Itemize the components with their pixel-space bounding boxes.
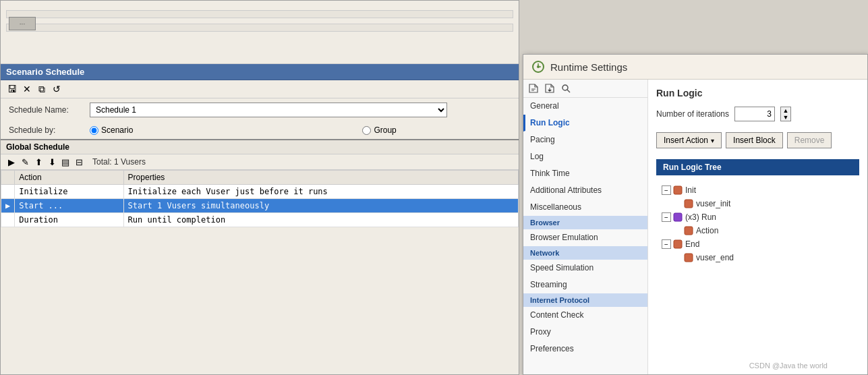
add-icon[interactable]: ▶ (6, 156, 17, 167)
runtime-settings-panel: Runtime Settings General R (523, 54, 868, 375)
down-icon[interactable]: ⬇ (47, 156, 57, 167)
collapse-run-button[interactable]: − (662, 212, 671, 222)
top-button[interactable]: ··· (9, 17, 36, 30)
svg-rect-4 (674, 186, 682, 194)
action-buttons-row: Insert Action ▾ Insert Block Remove (656, 132, 859, 148)
svg-rect-7 (685, 227, 693, 235)
radio-group[interactable]: Group (362, 125, 396, 135)
scenario-schedule-header: Scenario Schedule (1, 64, 519, 80)
schedule-name-select[interactable]: Schedule 1 (90, 103, 447, 117)
up-icon[interactable]: ⬆ (33, 156, 44, 167)
remove-button[interactable]: Remove (787, 132, 832, 148)
nav-search-icon[interactable] (560, 82, 572, 94)
tree-item-vuser-init[interactable]: vuser_init (656, 197, 859, 210)
table-row[interactable]: Duration Run until completion (1, 213, 519, 227)
tree-item-vuser-end[interactable]: vuser_end (656, 251, 859, 264)
nav-item-proxy-label: Proxy (530, 327, 551, 337)
nav-group-browser[interactable]: Browser (523, 216, 647, 229)
schedule-toolbar: 🖫 ✕ ⧉ ↺ (1, 80, 519, 98)
nav-item-log[interactable]: Log (523, 148, 647, 165)
row-arrow (1, 213, 15, 227)
nav-group-network[interactable]: Network (523, 246, 647, 260)
row-action: Duration (15, 213, 123, 227)
tree-item-init[interactable]: − Init (656, 183, 859, 197)
run-icon (672, 212, 683, 223)
copy-icon[interactable]: ⧉ (36, 83, 48, 95)
col-action-header: Action (15, 171, 123, 185)
nav-item-browser-emulation[interactable]: Browser Emulation (523, 229, 647, 246)
nav-item-speed-simulation[interactable]: Speed Simulation (523, 260, 647, 277)
insert-action-button[interactable]: Insert Action ▾ (656, 132, 722, 148)
global-schedule-header: Global Schedule (1, 139, 519, 154)
edit-icon[interactable]: ✎ (20, 156, 30, 167)
end-label: End (685, 239, 699, 249)
schedule-name-label: Schedule Name: (9, 105, 90, 115)
radio-scenario[interactable]: Scenario (90, 125, 133, 135)
svg-point-2 (562, 85, 568, 90)
nav-item-miscellaneous[interactable]: Miscellaneous (523, 199, 647, 216)
nav-group-ip-label: Internet Protocol (530, 296, 589, 304)
insert-block-button[interactable]: Insert Block (726, 132, 783, 148)
nav-item-content-check[interactable]: Content Check (523, 307, 647, 324)
nav-item-proxy[interactable]: Proxy (523, 324, 647, 341)
iterations-label: Number of iterations (656, 109, 729, 119)
nav-item-think-time[interactable]: Think Time (523, 165, 647, 182)
tree-item-end[interactable]: − End (656, 237, 859, 251)
nav-item-additional-attributes[interactable]: Additional Attributes (523, 182, 647, 199)
spinner-up[interactable]: ▲ (781, 107, 790, 114)
nav-item-run-logic[interactable]: Run Logic (523, 115, 647, 132)
refresh-icon[interactable]: ↺ (51, 83, 63, 95)
remove-label: Remove (794, 136, 825, 145)
nav-import-icon[interactable] (544, 82, 556, 94)
grid-icon[interactable]: ⊟ (74, 156, 84, 167)
col-properties-header: Properties (123, 171, 518, 185)
vuser-end-icon (683, 252, 694, 263)
run-logic-tree: − Init vuser_init − (656, 181, 859, 267)
svg-rect-9 (685, 254, 693, 262)
table-row[interactable]: Initialize Initialize each Vuser just be… (1, 185, 519, 199)
nav-item-run-logic-label: Run Logic (530, 118, 570, 127)
init-label: Init (685, 185, 696, 195)
nav-item-think-time-label: Think Time (530, 169, 570, 178)
nav-export-icon[interactable] (527, 82, 540, 94)
tree-item-run[interactable]: − (x3) Run (656, 210, 859, 224)
row-arrow (1, 185, 15, 199)
runtime-icon (531, 60, 545, 74)
spinner-down[interactable]: ▼ (781, 114, 790, 121)
insert-block-label: Insert Block (733, 136, 776, 145)
nav-item-pacing[interactable]: Pacing (523, 132, 647, 148)
insert-action-label: Insert Action (664, 136, 708, 145)
row-properties: Initialize each Vuser just before it run… (123, 185, 518, 199)
iterations-input[interactable] (734, 107, 775, 121)
radio-scenario-label: Scenario (101, 125, 133, 135)
total-vusers: Total: 1 Vusers (92, 157, 146, 167)
schedule-by-label: Schedule by: (9, 125, 90, 135)
table-row[interactable]: ▶ Start ... Start 1 Vusers simultaneousl… (1, 199, 519, 213)
settings-icon[interactable]: ▤ (60, 156, 71, 167)
collapse-end-button[interactable]: − (662, 239, 671, 249)
init-icon (672, 185, 683, 196)
runtime-body: General Run Logic Pacing Log Think Time … (523, 80, 867, 374)
delete-icon[interactable]: ✕ (21, 83, 33, 95)
nav-group-network-label: Network (530, 249, 559, 257)
row-properties: Run until completion (123, 213, 518, 227)
content-panel: Run Logic Number of iterations ▲ ▼ Inser… (648, 80, 867, 374)
collapse-init-button[interactable]: − (662, 185, 671, 195)
nav-item-pacing-label: Pacing (530, 135, 555, 144)
svg-rect-5 (685, 200, 693, 208)
vuser-end-label: vuser_end (696, 253, 734, 262)
save-icon[interactable]: 🖫 (6, 83, 18, 95)
nav-item-streaming[interactable]: Streaming (523, 277, 647, 293)
nav-item-browser-emulation-label: Browser Emulation (530, 233, 598, 242)
global-schedule-toolbar: ▶ ✎ ⬆ ⬇ ▤ ⊟ Total: 1 Vusers (1, 154, 519, 170)
nav-group-internet-protocol[interactable]: Internet Protocol (523, 293, 647, 307)
radio-group-label: Group (374, 125, 396, 135)
runtime-header: Runtime Settings (523, 55, 867, 80)
tree-item-action[interactable]: Action (656, 224, 859, 237)
nav-item-log-label: Log (530, 152, 544, 161)
nav-item-general[interactable]: General (523, 98, 647, 115)
global-schedule-section: Global Schedule ▶ ✎ ⬆ ⬇ ▤ ⊟ Total: 1 Vus… (1, 139, 519, 227)
nav-item-preferences[interactable]: Preferences (523, 341, 647, 357)
vuser-init-icon (683, 198, 694, 209)
nav-item-streaming-label: Streaming (530, 280, 567, 289)
